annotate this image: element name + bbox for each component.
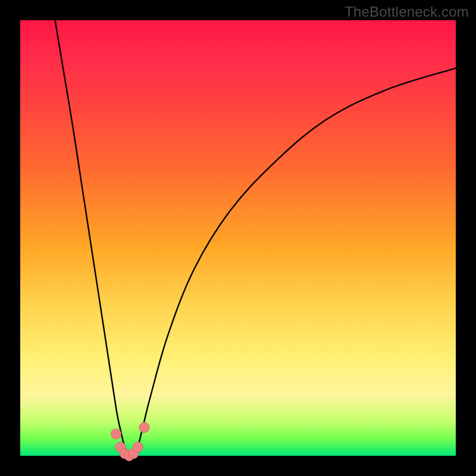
valley-marker	[133, 442, 143, 452]
curve-layer	[20, 20, 456, 456]
watermark-text: TheBottleneck.com	[345, 4, 469, 20]
valley-marker	[139, 422, 149, 433]
bottleneck-curve	[55, 20, 456, 457]
plot-area	[20, 20, 456, 456]
chart-frame: TheBottleneck.com	[0, 0, 476, 476]
valley-marker	[111, 429, 121, 439]
valley-markers	[111, 422, 150, 461]
